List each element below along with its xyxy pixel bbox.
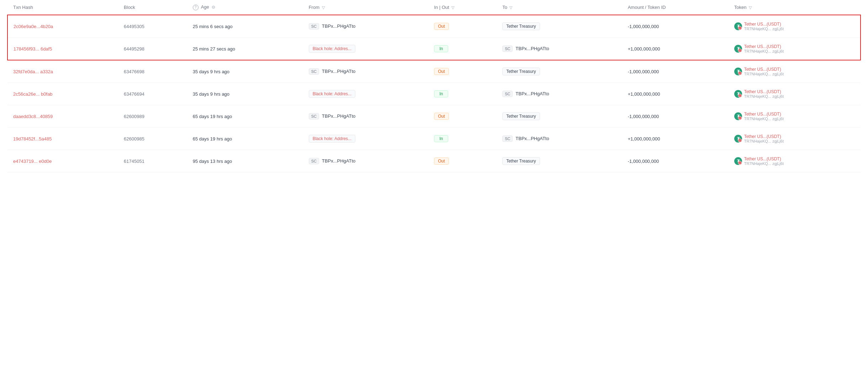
txn-hash[interactable]: 2c56ca26e... b0fab (13, 91, 53, 97)
token-address[interactable]: TR7NHajeKQ... zgjLj6t (744, 49, 784, 53)
col-from[interactable]: From ▽ (303, 0, 429, 15)
from-address[interactable]: TBPx...PHgATto (322, 69, 355, 74)
to-address[interactable]: TBPx...PHgATto (515, 136, 549, 141)
to-treasury[interactable]: Tether Treasury (502, 157, 540, 165)
age-cell: 65 days 19 hrs ago (187, 128, 303, 150)
token-icon: ₮ ! (734, 112, 742, 120)
age-cell: 35 days 9 hrs ago (187, 60, 303, 83)
col-txn-hash: Txn Hash (7, 0, 118, 15)
token-info: ₮ ! Tether US...(USDT) TR7NHajeKQ... zgj… (734, 89, 855, 98)
token-name[interactable]: Tether US...(USDT) (744, 44, 784, 49)
from-filter-icon[interactable]: ▽ (322, 5, 325, 10)
amount-cell: +1,000,000,000 (622, 83, 729, 105)
amount-cell: -1,000,000,000 (622, 15, 729, 38)
txn-hash[interactable]: daaedd3c8...40859 (13, 114, 53, 119)
token-address[interactable]: TR7NHajeKQ... zgjLj6t (744, 27, 784, 31)
direction-badge-out: Out (434, 23, 449, 30)
token-name[interactable]: Tether US...(USDT) (744, 156, 784, 161)
token-address[interactable]: TR7NHajeKQ... zgjLj6t (744, 139, 784, 143)
svg-text:!: ! (740, 140, 740, 142)
amount-value: -1,000,000,000 (628, 159, 659, 164)
from-address[interactable]: TBPx...PHgATto (322, 23, 355, 29)
svg-text:!: ! (740, 95, 740, 97)
col-token[interactable]: Token ▽ (729, 0, 861, 15)
question-icon[interactable]: ? (193, 5, 199, 10)
txn-hash[interactable]: 19d78452f...5a485 (13, 136, 52, 142)
inout-cell: Out (428, 150, 497, 172)
from-blackhole[interactable]: Black hole: Addres... (309, 90, 355, 98)
block-number[interactable]: 64495298 (124, 46, 144, 52)
block-number[interactable]: 62600989 (124, 114, 144, 119)
from-blackhole[interactable]: Black hole: Addres... (309, 45, 355, 53)
token-details: Tether US...(USDT) TR7NHajeKQ... zgjLj6t (744, 22, 784, 31)
token-info: ₮ ! Tether US...(USDT) TR7NHajeKQ... zgj… (734, 134, 855, 143)
to-filter-icon[interactable]: ▽ (509, 5, 512, 10)
token-details: Tether US...(USDT) TR7NHajeKQ... zgjLj6t (744, 67, 784, 76)
col-inout[interactable]: In | Out ▽ (428, 0, 497, 15)
table-row: daaedd3c8...40859 62600989 65 days 19 hr… (7, 105, 861, 128)
block-number[interactable]: 61745051 (124, 159, 144, 164)
amount-cell: +1,000,000,000 (622, 128, 729, 150)
age-cell: 35 days 9 hrs ago (187, 83, 303, 105)
txn-hash-cell: 2c06e9a0e...4b20a (7, 15, 118, 38)
token-name[interactable]: Tether US...(USDT) (744, 67, 784, 72)
token-name[interactable]: Tether US...(USDT) (744, 22, 784, 27)
token-icon: ₮ ! (734, 68, 742, 75)
token-details: Tether US...(USDT) TR7NHajeKQ... zgjLj6t (744, 44, 784, 53)
token-cell: ₮ ! Tether US...(USDT) TR7NHajeKQ... zgj… (729, 83, 861, 105)
age-cell: 25 mins 27 secs ago (187, 38, 303, 60)
age-value: 25 mins 6 secs ago (193, 24, 233, 29)
token-name[interactable]: Tether US...(USDT) (744, 89, 784, 94)
to-address[interactable]: TBPx...PHgATto (515, 46, 549, 51)
col-to[interactable]: To ▽ (497, 0, 622, 15)
token-cell: ₮ ! Tether US...(USDT) TR7NHajeKQ... zgj… (729, 128, 861, 150)
table-row: 19d78452f...5a485 62600985 65 days 19 hr… (7, 128, 861, 150)
to-cell: Tether Treasury (497, 60, 622, 83)
token-address[interactable]: TR7NHajeKQ... zgjLj6t (744, 94, 784, 98)
col-token-label: Token (734, 5, 747, 10)
from-address[interactable]: TBPx...PHgATto (322, 158, 355, 164)
direction-badge-out: Out (434, 158, 449, 165)
block-number[interactable]: 62600985 (124, 136, 144, 142)
to-treasury[interactable]: Tether Treasury (502, 68, 540, 75)
block-number[interactable]: 63476694 (124, 91, 144, 97)
direction-badge-in: In (434, 90, 448, 97)
direction-badge-in: In (434, 135, 448, 142)
block-cell: 64495305 (118, 15, 187, 38)
block-cell: 63476694 (118, 83, 187, 105)
token-cell: ₮ ! Tether US...(USDT) TR7NHajeKQ... zgj… (729, 150, 861, 172)
token-address[interactable]: TR7NHajeKQ... zgjLj6t (744, 117, 784, 121)
col-age[interactable]: ? Age ⊝ (187, 0, 303, 15)
txn-hash[interactable]: 2c06e9a0e...4b20a (14, 24, 53, 29)
block-number[interactable]: 63476698 (124, 69, 144, 74)
svg-text:!: ! (740, 73, 740, 75)
inout-filter-icon[interactable]: ▽ (451, 5, 454, 10)
col-block: Block (118, 0, 187, 15)
sc-badge: SC (309, 68, 319, 75)
txn-hash[interactable]: 32fd7e0da... a332a (13, 69, 53, 74)
token-details: Tether US...(USDT) TR7NHajeKQ... zgjLj6t (744, 112, 784, 121)
to-address[interactable]: TBPx...PHgATto (515, 91, 549, 96)
sc-badge: SC (309, 23, 319, 30)
to-treasury[interactable]: Tether Treasury (502, 22, 540, 30)
token-address[interactable]: TR7NHajeKQ... zgjLj6t (744, 72, 784, 76)
from-cell: SC TBPx...PHgATto (303, 105, 429, 128)
transactions-table: Txn Hash Block ? Age ⊝ From ▽ In | Out ▽ (7, 0, 861, 172)
token-name[interactable]: Tether US...(USDT) (744, 134, 784, 139)
from-address[interactable]: TBPx...PHgATto (322, 113, 355, 119)
to-treasury[interactable]: Tether Treasury (502, 112, 540, 120)
block-number[interactable]: 64495305 (124, 24, 144, 29)
txn-hash[interactable]: 178456f93... 6daf5 (14, 46, 52, 52)
token-name[interactable]: Tether US...(USDT) (744, 112, 784, 117)
from-blackhole[interactable]: Black hole: Addres... (309, 135, 355, 143)
age-value: 65 days 19 hrs ago (193, 114, 232, 119)
txn-hash[interactable]: e4743719... e0d0e (13, 159, 52, 164)
circle-icon[interactable]: ⊝ (212, 5, 215, 10)
amount-value: -1,000,000,000 (628, 114, 659, 119)
col-to-label: To (502, 5, 507, 10)
amount-value: +1,000,000,000 (628, 136, 660, 142)
token-filter-icon[interactable]: ▽ (749, 5, 752, 10)
table-row: e4743719... e0d0e 61745051 95 days 13 hr… (7, 150, 861, 172)
token-address[interactable]: TR7NHajeKQ... zgjLj6t (744, 161, 784, 166)
token-cell: ₮ ! Tether US...(USDT) TR7NHajeKQ... zgj… (729, 60, 861, 83)
